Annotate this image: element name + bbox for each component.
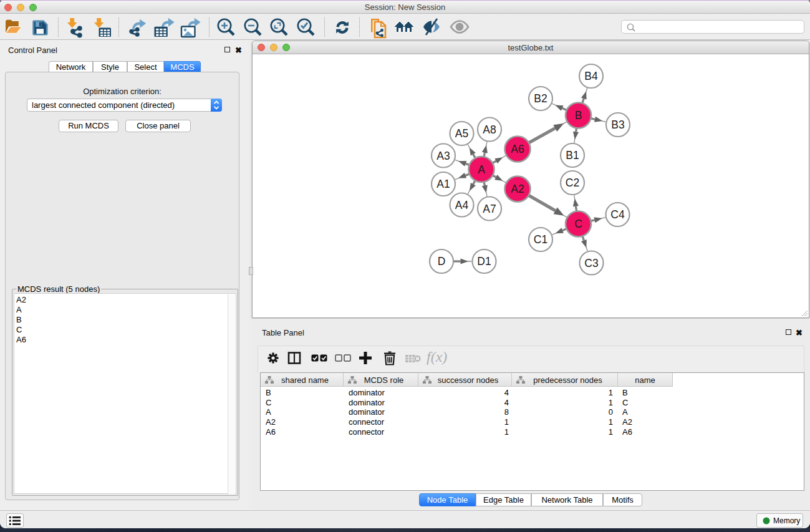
svg-text:A1: A1 (436, 178, 450, 190)
svg-text:A4: A4 (455, 199, 469, 211)
svg-text:A3: A3 (436, 150, 450, 162)
svg-text:C1: C1 (534, 233, 547, 246)
svg-text:A7: A7 (483, 203, 496, 215)
svg-text:C2: C2 (566, 177, 579, 189)
svg-text:A5: A5 (455, 127, 468, 140)
svg-text:A6: A6 (511, 143, 524, 155)
svg-text:B4: B4 (584, 70, 598, 82)
svg-text:B2: B2 (534, 92, 547, 105)
svg-text:A2: A2 (511, 183, 524, 195)
svg-text:C4: C4 (610, 208, 625, 221)
svg-text:C: C (574, 218, 582, 230)
svg-text:A8: A8 (483, 123, 496, 136)
svg-text:C3: C3 (584, 257, 598, 269)
svg-text:D1: D1 (477, 255, 491, 268)
svg-text:A: A (478, 163, 485, 176)
svg-text:B: B (575, 109, 582, 122)
svg-text:B3: B3 (611, 118, 624, 131)
svg-text:D: D (438, 255, 446, 268)
svg-text:B1: B1 (566, 149, 579, 162)
